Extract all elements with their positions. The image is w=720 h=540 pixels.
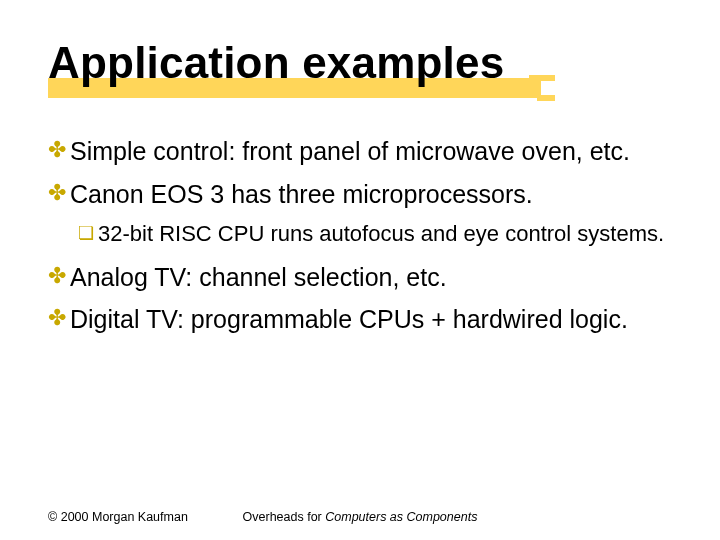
- bullet-text: Canon EOS 3 has three microprocessors.: [70, 179, 672, 210]
- bullet-level1: ✤ Digital TV: programmable CPUs + hardwi…: [48, 304, 672, 335]
- footer-center-prefix: Overheads for: [243, 510, 326, 524]
- slide: Application examples ✤ Simple control: f…: [0, 0, 720, 540]
- bullet-y-icon: ❏: [78, 221, 94, 248]
- footer-center: Overheads for Computers as Components: [238, 510, 483, 526]
- bullet-level2: ❏ 32-bit RISC CPU runs autofocus and eye…: [78, 221, 672, 248]
- bullet-level1: ✤ Canon EOS 3 has three microprocessors.: [48, 179, 672, 210]
- bullet-text: 32-bit RISC CPU runs autofocus and eye c…: [98, 221, 672, 248]
- title-wrap: Application examples: [48, 38, 504, 88]
- slide-footer: © 2000 Morgan Kaufman Overheads for Comp…: [0, 510, 720, 526]
- bullet-text: Simple control: front panel of microwave…: [70, 136, 672, 167]
- bullet-z-icon: ✤: [48, 179, 66, 210]
- bullet-z-icon: ✤: [48, 304, 66, 335]
- bullet-text: Digital TV: programmable CPUs + hardwire…: [70, 304, 672, 335]
- bullet-z-icon: ✤: [48, 136, 66, 167]
- sub-bullet-group: ❏ 32-bit RISC CPU runs autofocus and eye…: [48, 221, 672, 248]
- footer-center-italic: Computers as Components: [325, 510, 477, 524]
- slide-title: Application examples: [48, 38, 504, 88]
- bullet-level1: ✤ Simple control: front panel of microwa…: [48, 136, 672, 167]
- bullet-level1: ✤ Analog TV: channel selection, etc.: [48, 262, 672, 293]
- bullet-z-icon: ✤: [48, 262, 66, 293]
- footer-right: [482, 510, 720, 526]
- slide-body: ✤ Simple control: front panel of microwa…: [48, 136, 672, 335]
- bullet-text: Analog TV: channel selection, etc.: [70, 262, 672, 293]
- footer-copyright: © 2000 Morgan Kaufman: [0, 510, 238, 526]
